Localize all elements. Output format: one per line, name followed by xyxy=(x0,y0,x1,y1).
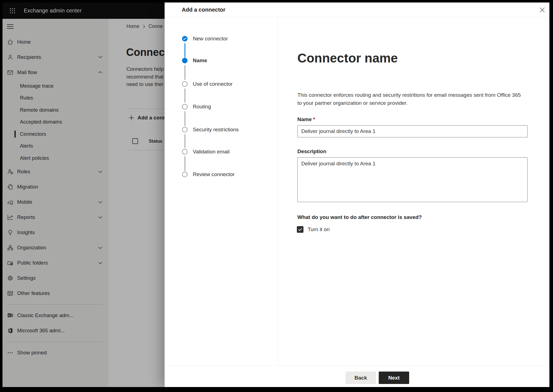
check-icon xyxy=(298,228,302,231)
step-upcoming-icon xyxy=(182,104,188,109)
back-button[interactable]: Back xyxy=(346,372,376,384)
wizard-step-use-of-connector[interactable]: Use of connector xyxy=(182,80,233,88)
step-upcoming-icon xyxy=(182,172,188,177)
wizard-step-review-connector[interactable]: Review connector xyxy=(182,171,235,178)
step-connector-line xyxy=(185,111,185,126)
step-content: Connector name This connector enforces r… xyxy=(297,17,549,366)
close-icon xyxy=(539,7,546,13)
wizard-step-routing[interactable]: Routing xyxy=(182,103,211,110)
step-completed-icon xyxy=(182,36,188,41)
checkbox-checked[interactable] xyxy=(297,226,303,233)
step-connector-line xyxy=(185,134,185,148)
step-connector-line xyxy=(185,65,185,80)
step-heading: Connector name xyxy=(297,51,398,66)
step-connector-line xyxy=(185,156,185,171)
turn-it-on-label: Turn it on xyxy=(308,226,330,232)
app-window: Exchange admin center Home Recipients Ma… xyxy=(2,2,549,387)
wizard-step-security-restrictions[interactable]: Security restrictions xyxy=(182,126,239,133)
wizard-steps: New connector Name Use of connector Rout… xyxy=(165,17,278,366)
connector-description-textarea[interactable] xyxy=(297,157,528,202)
screenshot-frame: Exchange admin center Home Recipients Ma… xyxy=(0,0,553,392)
step-upcoming-icon xyxy=(182,81,188,87)
required-asterisk: * xyxy=(313,116,315,122)
add-connector-panel: Add a connector New connector Name xyxy=(165,2,549,387)
step-description: This connector enforces routing and secu… xyxy=(297,91,521,107)
check-icon xyxy=(183,37,186,40)
panel-footer: Back Next xyxy=(165,366,549,387)
close-button[interactable] xyxy=(538,6,546,14)
panel-header: Add a connector xyxy=(165,2,549,17)
name-field-label: Name* xyxy=(297,116,315,122)
connector-name-input[interactable] xyxy=(297,125,528,137)
step-current-icon xyxy=(182,58,188,63)
step-connector-line xyxy=(185,43,185,58)
after-save-question: What do you want to do after connector i… xyxy=(297,214,422,220)
description-field-label: Description xyxy=(297,148,326,155)
step-upcoming-icon xyxy=(182,127,188,132)
turn-it-on-checkbox-row[interactable]: Turn it on xyxy=(297,226,330,233)
step-connector-line xyxy=(185,88,185,103)
wizard-step-name[interactable]: Name xyxy=(182,57,207,64)
next-button[interactable]: Next xyxy=(379,372,409,384)
wizard-step-new-connector[interactable]: New connector xyxy=(182,35,228,42)
step-upcoming-icon xyxy=(182,149,188,155)
wizard-step-validation-email[interactable]: Validation email xyxy=(182,148,230,155)
panel-title: Add a connector xyxy=(182,2,225,17)
